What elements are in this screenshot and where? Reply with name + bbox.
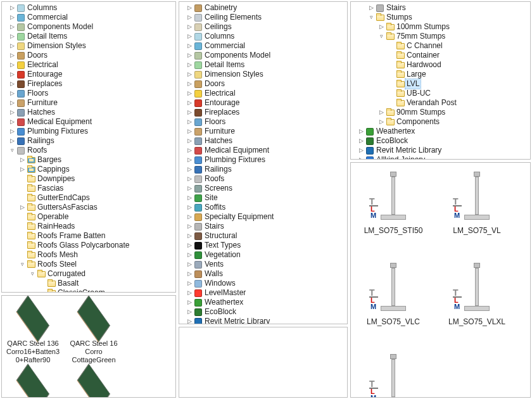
tree-item[interactable]: ▷Detail Items (3, 32, 175, 41)
expand-icon[interactable]: ▷ (186, 89, 193, 98)
expand-icon[interactable]: ▷ (8, 70, 16, 79)
tree-item[interactable]: ▷Dimension Styles (3, 41, 175, 51)
expand-icon[interactable]: ▷ (186, 212, 193, 222)
tree-item[interactable]: ▷Columns (180, 32, 347, 41)
expand-icon[interactable]: ▷ (377, 108, 385, 117)
tree-item[interactable]: Roofs Glass Polycarbonate (3, 241, 175, 250)
thumbnail[interactable] (4, 368, 61, 398)
collapse-icon[interactable]: ▿ (8, 146, 16, 155)
mid-thumb-pane[interactable] (179, 327, 348, 398)
expand-icon[interactable]: ▷ (186, 155, 193, 165)
expand-icon[interactable]: ▷ (186, 193, 193, 203)
tree-item[interactable]: ▷Revit Metric Library (352, 146, 530, 155)
tree-item[interactable]: ▷Cabinetry (180, 3, 347, 13)
expand-icon[interactable]: ▷ (186, 98, 193, 108)
tree-item[interactable]: ▷Windows (180, 279, 347, 288)
tree-item[interactable]: ▷Commercial (180, 41, 347, 51)
expand-icon[interactable]: ▷ (186, 127, 193, 136)
expand-icon[interactable]: ▷ (186, 288, 193, 298)
tree-item[interactable]: ▷Plumbing Fixtures (180, 155, 347, 165)
tree-item[interactable]: ▷GuttersAsFascias (3, 203, 175, 212)
tree-item[interactable]: ▷Entourage (3, 70, 175, 79)
expand-icon[interactable]: ▷ (186, 231, 193, 241)
expand-icon[interactable]: ▷ (186, 279, 193, 288)
tree-item[interactable]: ▷Medical Equipment (3, 117, 175, 127)
expand-icon[interactable]: ▷ (186, 146, 193, 155)
expand-icon[interactable]: ▷ (186, 41, 193, 51)
expand-icon[interactable]: ▷ (186, 70, 193, 79)
thumbnail[interactable]: QARC Steel 16 Corro CottageGreen (65, 300, 122, 364)
expand-icon[interactable]: ▷ (186, 22, 193, 32)
expand-icon[interactable]: ▷ (18, 203, 26, 212)
expand-icon[interactable]: ▷ (367, 3, 375, 13)
expand-icon[interactable]: ▷ (357, 146, 365, 155)
tree-item[interactable]: ▷Electrical (3, 60, 175, 70)
expand-icon[interactable]: ▷ (186, 174, 193, 184)
expand-icon[interactable]: ▷ (8, 98, 16, 108)
tree-item[interactable]: ▷Cappings (3, 165, 175, 174)
tree-item[interactable]: ▷Screens (180, 184, 347, 193)
expand-icon[interactable]: ▷ (377, 22, 385, 32)
tree-item[interactable]: Verandah Post (352, 98, 530, 108)
tree-item[interactable]: ▷Text Types (180, 241, 347, 250)
tree-item[interactable]: RainHeads (3, 222, 175, 231)
tree-item[interactable]: Container (352, 51, 530, 60)
expand-icon[interactable]: ▷ (357, 155, 365, 160)
tree-item[interactable]: ▿Stumps (352, 13, 530, 22)
tree-item[interactable]: ▷Vegetation (180, 250, 347, 260)
collapse-icon[interactable]: ▿ (367, 13, 375, 22)
tree-item[interactable]: ▷Plumbing Fixtures (3, 127, 175, 136)
tree-item[interactable]: UB-UC (352, 89, 530, 98)
tree-item[interactable]: ▷Entourage (180, 98, 347, 108)
tree-item[interactable]: ▷Fireplaces (3, 79, 175, 89)
tree-item[interactable]: Basalt (3, 279, 175, 288)
tree-item[interactable]: ▿75mm Stumps (352, 32, 530, 41)
tree-item[interactable]: GutterEndCaps (3, 193, 175, 203)
tree-item[interactable]: ▷100mm Stumps (352, 22, 530, 32)
expand-icon[interactable]: ▷ (186, 136, 193, 146)
tree-item[interactable]: ▷Components Model (3, 22, 175, 32)
expand-icon[interactable]: ▷ (186, 298, 193, 307)
tree-item[interactable]: ▷90mm Stumps (352, 108, 530, 117)
expand-icon[interactable]: ▷ (186, 203, 193, 212)
tree-item[interactable]: ▷Railings (3, 136, 175, 146)
tree-item[interactable]: ▷EcoBlock (352, 136, 530, 146)
tree-item[interactable]: ▷LevelMaster (180, 288, 347, 298)
expand-icon[interactable]: ▷ (186, 317, 193, 324)
expand-icon[interactable]: ▷ (8, 51, 16, 60)
tree-item[interactable]: ▷Ceilings (180, 22, 347, 32)
collapse-icon[interactable]: ▿ (18, 260, 26, 269)
mid-tree-pane[interactable]: ▷Cabinetry▷Ceiling Elements▷Ceilings▷Col… (179, 1, 348, 324)
tree-item[interactable]: ▷Structural (180, 231, 347, 241)
tree-item[interactable]: ▷Railings (180, 165, 347, 174)
tree-item[interactable]: ▷Dimension Styles (180, 70, 347, 79)
collapse-icon[interactable]: ▿ (377, 32, 385, 41)
tree-item[interactable]: Large (352, 70, 530, 79)
tree-item[interactable]: C Channel (352, 41, 530, 51)
tree-item[interactable]: Operable (3, 212, 175, 222)
tree-item[interactable]: ▷Furniture (180, 127, 347, 136)
tree-item[interactable]: Hardwood (352, 60, 530, 70)
tree-item[interactable]: ▷Specialty Equipment (180, 212, 347, 222)
expand-icon[interactable]: ▷ (186, 13, 193, 22)
tree-item[interactable]: ▷Detail Items (180, 60, 347, 70)
expand-icon[interactable]: ▷ (18, 155, 26, 165)
right-thumb-pane[interactable]: TLMLM_SO75_STI50TLMLM_SO75_VLTLMLM_SO75_… (350, 162, 531, 398)
tree-item[interactable]: ▷Hatches (180, 136, 347, 146)
tree-item[interactable]: ▷Fireplaces (180, 108, 347, 117)
tree-item[interactable]: ▷Revit Metric Library (180, 317, 347, 324)
expand-icon[interactable]: ▷ (186, 241, 193, 250)
expand-icon[interactable]: ▷ (186, 269, 193, 279)
thumbnail[interactable]: TLMLM_SO75_STI50 (365, 169, 422, 251)
tree-item[interactable]: ▷Components Model (180, 51, 347, 60)
tree-item[interactable]: ▿Corrugated (3, 269, 175, 279)
tree-item[interactable]: ▷Stairs (352, 3, 530, 13)
expand-icon[interactable]: ▷ (186, 32, 193, 41)
expand-icon[interactable]: ▷ (8, 32, 16, 41)
tree-item[interactable]: Downpipes (3, 174, 175, 184)
tree-item[interactable]: ▿Roofs (3, 146, 175, 155)
tree-item[interactable]: ▷Hatches (3, 108, 175, 117)
tree-item[interactable]: ▷Stairs (180, 222, 347, 231)
tree-item[interactable]: ▷Doors (180, 79, 347, 89)
expand-icon[interactable]: ▷ (8, 117, 16, 127)
